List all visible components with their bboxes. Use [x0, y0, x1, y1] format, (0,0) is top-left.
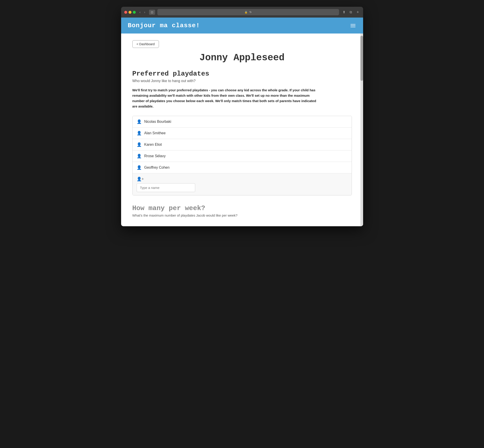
person-icon: 👤	[137, 142, 142, 147]
tab-view-button[interactable]: ⊡	[149, 10, 155, 15]
person-icon: 👤	[137, 131, 142, 136]
list-item: 👤 Karen Eliot	[133, 139, 352, 151]
app-header: Bonjour ma classe!	[121, 17, 363, 33]
person-icon: 👤	[137, 119, 142, 124]
preferred-playdates-title: Preferred playdates	[132, 70, 352, 78]
playdate-name-2: Alan Smithee	[144, 131, 166, 135]
main-content: < Dashboard Jonny Appleseed Preferred pl…	[121, 33, 363, 226]
list-item: 👤 Nicolas Bourbaki	[133, 116, 352, 128]
hamburger-line-2	[351, 25, 355, 26]
how-many-subtitle: What's the maximum number of playdates J…	[132, 213, 352, 217]
person-icon: 👤	[137, 154, 142, 159]
hamburger-line-1	[351, 24, 355, 24]
dashboard-back-button[interactable]: < Dashboard	[132, 40, 159, 48]
app-title: Bonjour ma classe!	[128, 22, 200, 29]
scrollbar[interactable]	[361, 33, 363, 226]
reload-icon[interactable]: ↻	[249, 11, 252, 14]
playdates-list: 👤 Nicolas Bourbaki 👤 Alan Smithee 👤 Kare…	[132, 116, 352, 195]
list-item: 👤 Alan Smithee	[133, 128, 352, 139]
info-text: We'll first try to match your preferred …	[132, 88, 317, 109]
list-item: 👤 Geoffrey Cohen	[133, 162, 352, 173]
hamburger-menu-button[interactable]	[350, 23, 356, 28]
lock-icon: 🔒	[245, 11, 248, 14]
nav-buttons: ‹ ›	[138, 10, 147, 15]
forward-nav-button[interactable]: ›	[142, 10, 147, 15]
person-icon: 👤	[137, 165, 142, 170]
scrollbar-thumb[interactable]	[361, 36, 363, 81]
share-button[interactable]: ⬆	[341, 9, 347, 15]
page-title: Jonny Appleseed	[132, 52, 352, 63]
how-many-title: How many per week?	[132, 204, 352, 212]
close-button[interactable]	[124, 11, 127, 14]
playdate-name-1: Nicolas Bourbaki	[144, 120, 171, 124]
list-item: 👤 Rrose Sélavy	[133, 151, 352, 162]
browser-window: ‹ › ⊡ 🔒 ↻ ⬆ ⧉ + Bonjour ma classe! < Das…	[121, 7, 363, 226]
playdate-name-4: Rrose Sélavy	[144, 154, 166, 158]
browser-actions: ⬆ ⧉	[341, 9, 353, 15]
new-tab-button[interactable]: +	[356, 10, 360, 15]
hamburger-line-3	[351, 27, 355, 27]
maximize-button[interactable]	[133, 11, 136, 14]
add-playdate-item: 👤+	[133, 173, 352, 195]
playdate-name-3: Karen Eliot	[144, 143, 162, 147]
playdate-name-5: Geoffrey Cohen	[144, 166, 170, 169]
browser-chrome: ‹ › ⊡ 🔒 ↻ ⬆ ⧉ +	[121, 7, 363, 17]
add-person-icon: 👤+	[137, 176, 144, 182]
traffic-lights	[124, 11, 136, 14]
minimize-button[interactable]	[129, 11, 131, 14]
duplicate-button[interactable]: ⧉	[348, 9, 353, 15]
back-nav-button[interactable]: ‹	[138, 10, 142, 15]
address-bar[interactable]: 🔒 ↻	[157, 9, 339, 15]
add-name-input[interactable]	[137, 183, 195, 192]
preferred-playdates-subtitle: Who would Jonny like to hang out with?	[132, 79, 352, 83]
